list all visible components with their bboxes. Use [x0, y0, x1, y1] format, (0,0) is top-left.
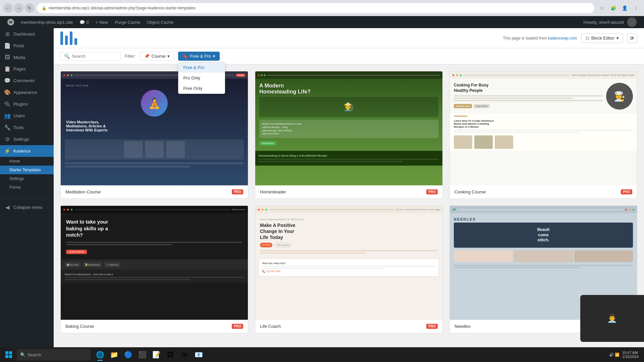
search-input[interactable]: [72, 54, 117, 59]
svg-rect-3: [74, 38, 77, 45]
top-header: This page is loaded from kadencewp.com ◻…: [54, 28, 644, 48]
template-preview-baking: Baking Course Want to take yourbaking sk…: [61, 206, 248, 320]
system-tray: 🔊 📶: [609, 353, 620, 357]
sidebar-label-appearance: Appearance: [13, 90, 37, 95]
howdy-text: Howdy, sherif-abuzid: [584, 20, 624, 25]
video-overlay: 👨‍💼: [580, 295, 644, 342]
template-card-coach[interactable]: Life Glam | Coaching | About Me | Pages …: [255, 205, 443, 333]
sidebar-item-settings[interactable]: ⚙ Settings: [0, 133, 54, 145]
chrome-icon: 🔵: [124, 351, 132, 359]
sidebar-label-media: Media: [13, 55, 25, 60]
address-bar[interactable]: 🔒 membership-dmlu.wp1.site/wp-admin/admi…: [37, 3, 594, 13]
browser-nav-buttons: ← → ↻: [3, 3, 34, 13]
sidebar-label-kadence: Kadence: [13, 148, 31, 154]
howdy-item[interactable]: Howdy, sherif-abuzid: [580, 16, 640, 28]
object-cache-label: Object Cache: [147, 20, 173, 25]
new-label: New: [99, 20, 108, 25]
sidebar-item-plugins[interactable]: 🔌 Plugins: [0, 98, 54, 110]
sidebar-item-appearance[interactable]: 🎨 Appearance: [0, 86, 54, 98]
back-button[interactable]: ←: [3, 3, 13, 13]
sidebar-item-kadence-home[interactable]: Home: [0, 157, 54, 166]
explorer-icon: 📁: [110, 351, 118, 359]
sidebar-label-tools: Tools: [13, 125, 23, 130]
taskbar-app-mail[interactable]: 📧: [192, 348, 205, 361]
templates-grid: FREE MEDITATION 🧘 Video Masterclass,Medi…: [60, 71, 637, 333]
content-area: This page is loaded from kadencewp.com ◻…: [54, 28, 644, 347]
sidebar-item-media[interactable]: 🖼 Media: [0, 52, 54, 63]
comments-icon: 💬: [79, 20, 85, 25]
sidebar-item-starter-templates[interactable]: Starter Templates: [0, 166, 54, 174]
taskbar-app-chrome[interactable]: 🔵: [121, 348, 135, 361]
collapse-menu-item[interactable]: ◀ Collapse menu: [0, 201, 54, 213]
collapse-icon: ◀: [4, 204, 11, 210]
taskbar-app-photos[interactable]: 🖼: [164, 348, 177, 361]
new-content-item[interactable]: + New: [92, 16, 112, 28]
template-name-meditation: Meditation Course: [65, 189, 101, 194]
posts-icon: 📄: [4, 43, 11, 49]
sidebar-item-kadence-forms[interactable]: Forms: [0, 183, 54, 192]
purge-cache-item[interactable]: Purge Cache: [111, 16, 144, 28]
sidebar-item-comments[interactable]: 💬 Comments: [0, 75, 54, 86]
taskbar-app-terminal[interactable]: ⬛: [136, 348, 149, 361]
mail-icon: 📧: [195, 351, 203, 359]
course-filter-button[interactable]: 📌 Course ▾: [140, 52, 174, 61]
sidebar-item-users[interactable]: 👥 Users: [0, 110, 54, 122]
taskbar-app-explorer[interactable]: 📁: [107, 348, 121, 361]
kadence-link[interactable]: kadencewp.com: [548, 36, 577, 41]
menu-button[interactable]: ⋮: [631, 3, 641, 13]
kadence-submenu: Home Starter Templates Settings Forms: [0, 157, 54, 192]
comments-item[interactable]: 💬 0: [76, 16, 92, 28]
refresh-button[interactable]: ⟳: [627, 33, 637, 43]
sidebar-item-dashboard[interactable]: ⊞ Dashboard: [0, 28, 54, 40]
sidebar-item-kadence-settings[interactable]: Settings: [0, 174, 54, 183]
sidebar-item-posts[interactable]: 📄 Posts: [0, 40, 54, 52]
free-pro-label: Free & Pro: [190, 54, 211, 59]
template-name-baking: Baking Course: [65, 324, 94, 329]
bookmark-button[interactable]: ☆: [597, 3, 606, 13]
template-footer-baking: Baking Course PRO: [61, 320, 248, 333]
comments-count: 0: [86, 20, 89, 25]
dropdown-item-free-only[interactable]: Free Only: [178, 83, 225, 94]
block-editor-button[interactable]: ◻ Block Editor ▾: [581, 33, 623, 43]
sidebar-label-plugins: Plugins: [13, 102, 28, 107]
forward-button[interactable]: →: [14, 3, 23, 13]
sidebar-label-pages: Pages: [13, 66, 26, 71]
object-cache-item[interactable]: Object Cache: [144, 16, 177, 28]
site-name-item[interactable]: membership-dmlu.wp1.site: [17, 16, 76, 28]
account-button[interactable]: 👤: [620, 3, 629, 13]
free-pro-chevron: ▾: [213, 54, 215, 59]
windows-start-button[interactable]: [3, 349, 15, 361]
sidebar-item-tools[interactable]: 🔧 Tools: [0, 122, 54, 133]
block-editor-chevron: ▾: [616, 36, 619, 41]
template-card-homesteader[interactable]: A ModernHomesteading Life? 👨‍🌾 Modern ho…: [255, 71, 443, 199]
settings-icon: ⚙: [4, 136, 11, 142]
notes-icon: 📝: [152, 351, 161, 359]
sidebar-item-pages[interactable]: 📋 Pages: [0, 63, 54, 75]
taskbar-app-store[interactable]: 🛍: [178, 348, 191, 361]
search-box[interactable]: 🔍: [60, 52, 121, 61]
taskbar-app-notes[interactable]: 📝: [150, 348, 163, 361]
dropdown-pro-only-label: Pro Only: [183, 75, 200, 80]
media-icon: 🖼: [4, 54, 11, 60]
template-card-baking[interactable]: Baking Course Want to take yourbaking sk…: [60, 205, 248, 333]
pro-badge-meditation: PRO: [232, 189, 243, 194]
extensions-button[interactable]: 🧩: [608, 3, 618, 13]
taskbar-app-edge[interactable]: 🌐: [93, 348, 107, 361]
sidebar-label-users: Users: [13, 113, 25, 118]
dropdown-item-free-pro[interactable]: Free & Pro: [178, 62, 225, 73]
sidebar-item-kadence[interactable]: ⚡ Kadence: [0, 145, 54, 157]
address-text: membership-dmlu.wp1.site/wp-admin/admin.…: [49, 6, 590, 10]
wp-logo-item[interactable]: W: [4, 16, 17, 28]
template-footer-coach: Life Coach PRO: [255, 320, 442, 333]
template-card-cooking[interactable]: Home Cooking | Course | About | Recipes …: [449, 71, 637, 199]
sidebar-label-comments: Comments: [13, 78, 35, 83]
dropdown-item-pro-only[interactable]: Pro Only: [178, 73, 225, 83]
dropdown-free-only-label: Free Only: [183, 86, 202, 91]
reload-button[interactable]: ↻: [25, 3, 34, 13]
taskbar-search[interactable]: 🔍 Search: [17, 349, 91, 360]
free-pro-filter-button[interactable]: 🔖 Free & Pro ▾: [178, 52, 220, 61]
template-preview-homesteader: A ModernHomesteading Life? 👨‍🌾 Modern ho…: [255, 71, 442, 185]
taskbar-search-label: Search: [28, 352, 41, 357]
svg-rect-1: [65, 36, 68, 45]
collapse-label: Collapse menu: [13, 205, 43, 210]
